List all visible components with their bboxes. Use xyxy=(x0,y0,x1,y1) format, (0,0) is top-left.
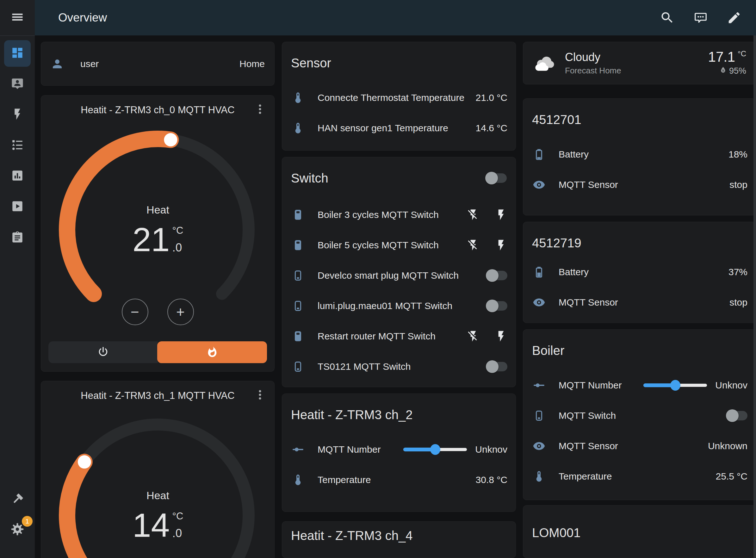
entity-label: MQTT Number xyxy=(559,380,622,391)
switch-off-icon xyxy=(291,300,305,312)
entity-label: Battery xyxy=(559,149,589,160)
decrease-temperature-button[interactable]: − xyxy=(122,299,148,325)
hvac-off-button[interactable] xyxy=(48,341,158,363)
thermostat-title: Heatit - Z-TRM3 ch_1 MQTT HVAC xyxy=(60,390,255,401)
entity-row[interactable]: MQTT Sensorstop xyxy=(532,170,748,200)
menu-button[interactable] xyxy=(0,0,35,36)
lom001-card: LOM001 xyxy=(523,505,756,558)
entity-row[interactable]: Connecte Thermostat Temperature21.0 °C xyxy=(291,82,507,113)
dashboard-icon xyxy=(11,46,24,61)
entity-row[interactable]: Develco smart plug MQTT Switch xyxy=(291,260,507,291)
entity-row[interactable]: MQTT Switch xyxy=(532,401,748,431)
switch-off-icon xyxy=(291,269,305,282)
flash-off-button[interactable] xyxy=(467,208,480,221)
thermometer-icon xyxy=(291,122,305,134)
cloudy-icon xyxy=(533,53,557,73)
edit-pencil-icon[interactable] xyxy=(727,10,741,25)
entity-row[interactable]: MQTT SensorUnknown xyxy=(532,431,748,461)
person-name: user xyxy=(80,58,99,69)
entity-row[interactable]: TS0121 MQTT Switch xyxy=(291,351,507,382)
switch-on-icon xyxy=(291,330,305,343)
thermostat-dial[interactable]: Heat 14 °C .0 xyxy=(57,414,259,558)
toggle-switch[interactable] xyxy=(486,300,507,312)
thermometer-icon xyxy=(532,470,546,483)
target-temperature: 14 xyxy=(132,509,170,541)
group-toggle-switch[interactable] xyxy=(486,172,507,184)
number-slider[interactable] xyxy=(644,380,707,391)
switch-card: Switch Boiler 3 cycles MQTT SwitchBoiler… xyxy=(282,157,516,387)
sidebar-item-todo[interactable] xyxy=(4,224,31,251)
switch-on-icon xyxy=(291,208,305,221)
sidebar-item-people[interactable] xyxy=(4,71,31,97)
flash-button[interactable] xyxy=(495,239,507,252)
entity-row[interactable]: MQTT NumberUnknov xyxy=(291,434,507,465)
toggle-switch[interactable] xyxy=(486,269,507,282)
lightning-icon xyxy=(11,107,24,122)
more-menu-icon[interactable] xyxy=(253,388,267,401)
weather-card[interactable]: Cloudy Forecast Home 17.1 °C 95% xyxy=(523,42,756,84)
search-icon[interactable] xyxy=(660,10,674,25)
weather-condition: Cloudy xyxy=(565,51,621,64)
increase-temperature-button[interactable]: + xyxy=(167,299,194,325)
thermometer-icon xyxy=(291,92,305,104)
entity-value: Unknown xyxy=(708,441,748,451)
sidebar-item-logbook[interactable] xyxy=(4,132,31,159)
entity-label: MQTT Sensor xyxy=(559,441,618,451)
entity-row[interactable]: Battery18% xyxy=(532,139,748,170)
entity-row[interactable]: lumi.plug.maeu01 MQTT Switch xyxy=(291,291,507,321)
weather-temperature-unit: °C xyxy=(738,49,746,58)
entity-label: Restart router MQTT Switch xyxy=(318,331,435,341)
scrollbar[interactable] xyxy=(754,35,756,558)
weather-subtitle: Forecast Home xyxy=(565,66,621,76)
hvac-mode-label: Heat xyxy=(147,204,169,216)
flash-off-button[interactable] xyxy=(467,330,480,343)
sidebar-item-developer-tools[interactable] xyxy=(4,486,31,513)
hvac-heat-button[interactable] xyxy=(157,341,267,363)
card-title: LOM001 xyxy=(523,506,756,540)
entity-row[interactable]: Restart router MQTT Switch xyxy=(291,321,507,351)
entity-row[interactable]: Boiler 3 cycles MQTT Switch xyxy=(291,200,507,230)
entity-row[interactable]: MQTT Sensorstop xyxy=(532,287,748,318)
card-title: 4512719 xyxy=(523,222,756,250)
list-icon xyxy=(11,138,24,153)
assist-chat-icon[interactable] xyxy=(694,10,708,25)
entity-row[interactable]: HAN sensor gen1 Temperature14.6 °C xyxy=(291,113,507,143)
heatit-ch4-card: Heatit - Z-TRM3 ch_4 xyxy=(282,521,516,558)
temperature-decimal: .0 xyxy=(172,527,183,540)
entity-label: TS0121 MQTT Switch xyxy=(318,361,411,372)
battery-low-icon xyxy=(532,148,546,161)
toggle-switch[interactable] xyxy=(486,360,507,373)
sidebar-item-media[interactable] xyxy=(4,194,31,220)
settings-notification-badge: 1 xyxy=(22,516,32,527)
humidity-icon xyxy=(719,66,727,76)
entity-row[interactable]: Temperature25.5 °C xyxy=(532,461,748,491)
entity-label: Temperature xyxy=(318,475,371,485)
number-slider[interactable] xyxy=(403,444,467,455)
sidebar-item-settings[interactable]: 1 xyxy=(4,516,31,543)
switch-off-icon xyxy=(532,409,546,422)
sidebar-item-history[interactable] xyxy=(4,163,31,189)
hamburger-icon xyxy=(10,10,24,25)
more-menu-icon[interactable] xyxy=(253,102,267,116)
entity-label: Battery xyxy=(559,267,589,277)
entity-row[interactable]: Battery37% xyxy=(532,257,748,287)
entity-row[interactable]: Boiler 5 cycles MQTT Switch xyxy=(291,230,507,260)
page-title: Overview xyxy=(58,11,107,24)
flash-button[interactable] xyxy=(495,208,507,221)
hammer-icon xyxy=(11,492,24,507)
entity-label: MQTT Sensor xyxy=(559,179,618,190)
power-icon xyxy=(97,346,109,359)
card-title: Switch xyxy=(291,171,328,185)
weather-humidity: 95% xyxy=(729,66,746,76)
flash-button[interactable] xyxy=(495,330,507,343)
entity-row[interactable]: MQTT NumberUnknov xyxy=(532,370,748,401)
device-4512701-card: 4512701 Battery18%MQTT Sensorstop xyxy=(523,98,756,215)
flash-off-button[interactable] xyxy=(467,239,480,252)
entity-row[interactable]: Temperature30.8 °C xyxy=(291,465,507,495)
sidebar-item-dashboard[interactable] xyxy=(4,40,31,67)
toggle-switch[interactable] xyxy=(727,409,748,422)
person-card[interactable]: user Home xyxy=(41,42,275,86)
sidebar-item-energy[interactable] xyxy=(4,102,31,128)
battery-half-icon xyxy=(532,266,546,278)
heatit-ch2-card: Heatit - Z-TRM3 ch_2 MQTT NumberUnknovTe… xyxy=(282,394,516,512)
